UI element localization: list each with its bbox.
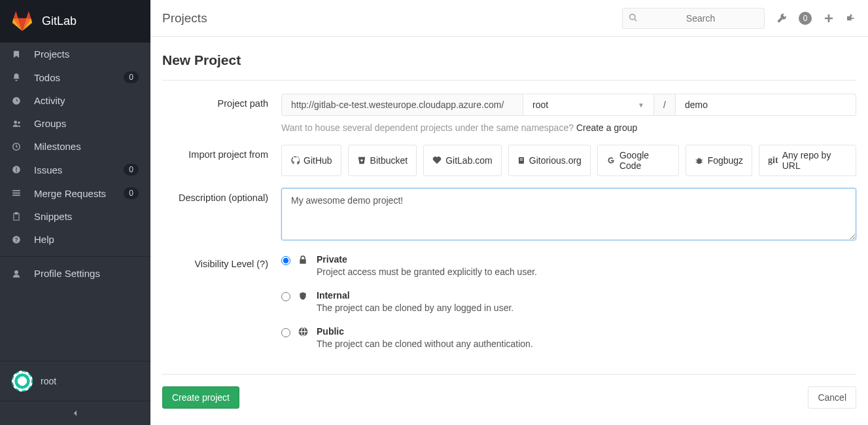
github-icon [290, 156, 300, 165]
namespace-select[interactable]: root ▼ [523, 94, 654, 116]
sidebar-item-issues[interactable]: Issues 0 [0, 158, 150, 181]
namespace-selected: root [532, 100, 548, 110]
current-username: root [41, 376, 56, 386]
clock-icon [12, 142, 24, 151]
svg-rect-11 [15, 212, 18, 213]
bug-icon [695, 156, 704, 165]
form-footer: Create project Cancel [162, 374, 856, 420]
clipboard-icon [12, 212, 24, 221]
description-textarea[interactable] [281, 188, 856, 240]
label-import-from: Import project from [162, 145, 281, 176]
cancel-button[interactable]: Cancel [808, 386, 856, 409]
header-actions: 0 [776, 12, 856, 25]
sidebar-item-milestones[interactable]: Milestones [0, 135, 150, 158]
new-project-plus-icon[interactable] [824, 13, 834, 24]
svg-point-1 [14, 120, 17, 124]
page-title: New Project [162, 52, 856, 68]
svg-rect-18 [520, 158, 523, 159]
import-gitlab-button[interactable]: GitLab.com [423, 145, 502, 176]
bell-icon [12, 73, 24, 82]
sidebar-item-label: Projects [34, 48, 139, 60]
sidebar-item-label: Help [34, 234, 139, 245]
svg-rect-5 [16, 168, 16, 171]
import-gitorious-button[interactable]: Gitorious.org [508, 145, 591, 176]
sidebar-item-label: Groups [34, 118, 139, 129]
label-project-path: Project path [162, 94, 281, 133]
namespace-help-text: Want to house several dependent projects… [281, 122, 856, 133]
sidebar: Projects Todos 0 Activity Groups Miles [0, 43, 150, 425]
sidebar-item-help[interactable]: ? Help [0, 228, 150, 251]
create-group-link[interactable]: Create a group [576, 122, 637, 133]
brand-name: GitLab [42, 14, 77, 28]
svg-point-20 [697, 158, 701, 164]
project-base-url: http://gitlab-ce-test.westeurope.cloudap… [281, 94, 523, 116]
svg-rect-19 [520, 160, 523, 160]
svg-rect-9 [12, 194, 20, 196]
question-icon: ? [12, 235, 24, 244]
svg-line-24 [701, 162, 703, 162]
import-googlecode-button[interactable]: Google Code [597, 145, 679, 176]
gitlab-logo-icon [12, 11, 33, 32]
visibility-internal-radio[interactable] [281, 292, 290, 301]
visibility-private-desc: Project access must be granted explicitl… [317, 267, 537, 277]
dashboard-icon [12, 96, 24, 105]
avatar [12, 371, 33, 392]
globe-icon [298, 327, 309, 337]
project-name-input[interactable] [676, 94, 856, 116]
visibility-internal-title: Internal [317, 290, 513, 301]
chevron-down-icon: ▼ [638, 102, 644, 109]
svg-text:?: ? [15, 236, 18, 242]
sign-out-icon[interactable] [846, 13, 856, 24]
visibility-public-title: Public [317, 326, 533, 337]
header-title: Projects [162, 11, 622, 26]
svg-line-22 [701, 160, 703, 160]
sidebar-item-snippets[interactable]: Snippets [0, 205, 150, 228]
exclamation-icon [12, 165, 24, 174]
sidebar-separator [0, 256, 150, 257]
sidebar-item-label: Milestones [34, 141, 139, 152]
lock-icon [298, 255, 309, 265]
visibility-internal-desc: The project can be cloned by any logged … [317, 303, 513, 313]
sidebar-current-user[interactable]: root [0, 361, 150, 401]
todos-header-badge[interactable]: 0 [799, 12, 812, 25]
sidebar-item-projects[interactable]: Projects [0, 43, 150, 65]
heart-icon [432, 156, 442, 165]
sidebar-item-activity[interactable]: Activity [0, 89, 150, 112]
sidebar-item-label: Profile Settings [34, 268, 139, 279]
shield-icon [298, 291, 309, 301]
visibility-public-radio[interactable] [281, 328, 290, 337]
todos-count-badge: 0 [124, 71, 139, 83]
mr-count-badge: 0 [124, 187, 139, 199]
import-fogbugz-button[interactable]: Fogbugz [686, 145, 752, 176]
sidebar-item-profile-settings[interactable]: Profile Settings [0, 262, 150, 285]
import-anyrepo-button[interactable]: git Any repo by URL [759, 145, 856, 176]
sidebar-item-groups[interactable]: Groups [0, 112, 150, 135]
svg-rect-8 [12, 193, 20, 194]
label-visibility: Visibility Level (?) [162, 254, 281, 362]
group-icon [12, 119, 24, 128]
git-icon: git [768, 155, 778, 166]
admin-wrench-icon[interactable] [776, 13, 787, 24]
svg-point-26 [699, 158, 700, 158]
svg-point-14 [14, 270, 18, 274]
search-input[interactable] [622, 8, 765, 29]
import-github-button[interactable]: GitHub [281, 145, 341, 176]
create-project-button[interactable]: Create project [162, 386, 239, 409]
svg-point-2 [18, 121, 20, 124]
search-icon [629, 13, 638, 22]
sidebar-collapse-button[interactable] [0, 401, 150, 425]
sidebar-item-todos[interactable]: Todos 0 [0, 65, 150, 89]
svg-point-25 [698, 158, 699, 158]
main-content: New Project Project path http://gitlab-c… [150, 37, 868, 425]
sidebar-item-label: Todos [34, 72, 124, 83]
visibility-private-title: Private [317, 254, 537, 265]
svg-line-21 [695, 160, 697, 160]
user-icon [12, 269, 24, 278]
sidebar-item-merge-requests[interactable]: Merge Requests 0 [0, 181, 150, 205]
divider [162, 80, 856, 81]
sidebar-item-label: Activity [34, 95, 139, 106]
visibility-public-desc: The project can be cloned without any au… [317, 339, 533, 349]
sidebar-item-label: Merge Requests [34, 188, 124, 199]
visibility-private-radio[interactable] [281, 256, 290, 265]
import-bitbucket-button[interactable]: Bitbucket [348, 145, 417, 176]
